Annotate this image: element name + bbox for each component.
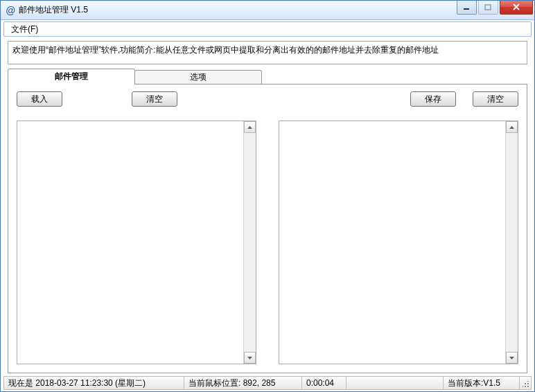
svg-line-3 — [514, 4, 519, 10]
scroll-up-icon[interactable] — [244, 121, 256, 133]
minimize-icon — [463, 4, 471, 10]
menu-file[interactable]: 文件(F) — [7, 22, 42, 37]
window-controls — [457, 1, 534, 15]
svg-rect-0 — [464, 8, 469, 10]
svg-marker-4 — [247, 126, 252, 129]
clear-left-button[interactable]: 清空 — [132, 91, 177, 107]
tab-label: 邮件管理 — [55, 71, 88, 82]
tab-row: 邮件管理 选项 — [8, 69, 527, 84]
minimize-button[interactable] — [457, 1, 477, 15]
status-version-value: V1.5 — [483, 378, 500, 388]
button-row: 载入 清空 保存 清空 — [17, 91, 518, 114]
left-textarea[interactable] — [17, 121, 256, 364]
window-title: 邮件地址管理 V1.5 — [19, 4, 457, 16]
right-buttons: 保存 清空 — [410, 91, 518, 107]
chevron-up-icon — [509, 126, 514, 129]
svg-marker-5 — [247, 357, 252, 359]
save-button[interactable]: 保存 — [410, 91, 456, 107]
chevron-up-icon — [247, 126, 252, 129]
scroll-down-icon[interactable] — [244, 352, 256, 364]
tab-label: 选项 — [190, 71, 207, 83]
right-scrollbar[interactable] — [505, 121, 518, 364]
svg-marker-7 — [509, 357, 514, 359]
app-window: @ 邮件地址管理 V1.5 文件(F) 欢迎使用“邮件地址管理”软件,功能简介:… — [0, 0, 535, 392]
maximize-icon — [484, 4, 492, 10]
status-mouse: 当前鼠标位置: 892, 285 — [184, 377, 302, 389]
status-now-prefix: 现在是 — [8, 377, 33, 389]
chevron-down-icon — [247, 357, 252, 359]
scroll-track[interactable] — [506, 133, 518, 352]
svg-marker-6 — [509, 126, 514, 129]
app-icon: @ — [5, 5, 16, 16]
status-elapsed: 0:00:04 — [302, 377, 347, 389]
status-version: 当前版本: V1.5 — [444, 377, 520, 389]
close-button[interactable] — [500, 1, 533, 15]
chevron-down-icon — [509, 357, 514, 359]
description-box[interactable]: 欢迎使用“邮件地址管理”软件,功能简介:能从任意文件或网页中提取和分离出有效的的… — [8, 41, 527, 64]
left-buttons: 载入 清空 — [17, 91, 177, 107]
scroll-up-icon[interactable] — [506, 121, 518, 133]
left-pane — [17, 121, 256, 364]
left-scrollbar[interactable] — [243, 121, 256, 364]
menu-bar: 文件(F) — [3, 21, 532, 37]
scroll-down-icon[interactable] — [506, 352, 518, 364]
tab-mail-management[interactable]: 邮件管理 — [8, 69, 135, 84]
resize-grip[interactable] — [520, 377, 531, 389]
status-mouse-prefix: 当前鼠标位置: — [188, 377, 240, 389]
status-now-value: 2018-03-27 11:23:30 (星期二) — [35, 377, 146, 389]
right-pane — [279, 121, 518, 364]
status-mouse-value: 892, 285 — [243, 378, 276, 388]
scroll-track[interactable] — [244, 133, 256, 352]
tab-options[interactable]: 选项 — [134, 70, 262, 84]
status-bar: 现在是 2018-03-27 11:23:30 (星期二) 当前鼠标位置: 89… — [3, 376, 532, 390]
text-panes — [17, 121, 518, 364]
svg-rect-1 — [485, 5, 491, 10]
tab-panel: 载入 清空 保存 清空 — [8, 84, 527, 373]
svg-line-2 — [514, 4, 519, 10]
close-icon — [512, 3, 520, 10]
status-spacer — [347, 377, 444, 389]
clear-right-button[interactable]: 清空 — [473, 91, 518, 107]
maximize-button[interactable] — [478, 1, 498, 15]
right-textarea[interactable] — [279, 121, 518, 364]
load-button[interactable]: 载入 — [17, 91, 62, 107]
status-now: 现在是 2018-03-27 11:23:30 (星期二) — [4, 377, 184, 389]
title-bar[interactable]: @ 邮件地址管理 V1.5 — [1, 1, 534, 20]
status-version-prefix: 当前版本: — [448, 377, 483, 389]
